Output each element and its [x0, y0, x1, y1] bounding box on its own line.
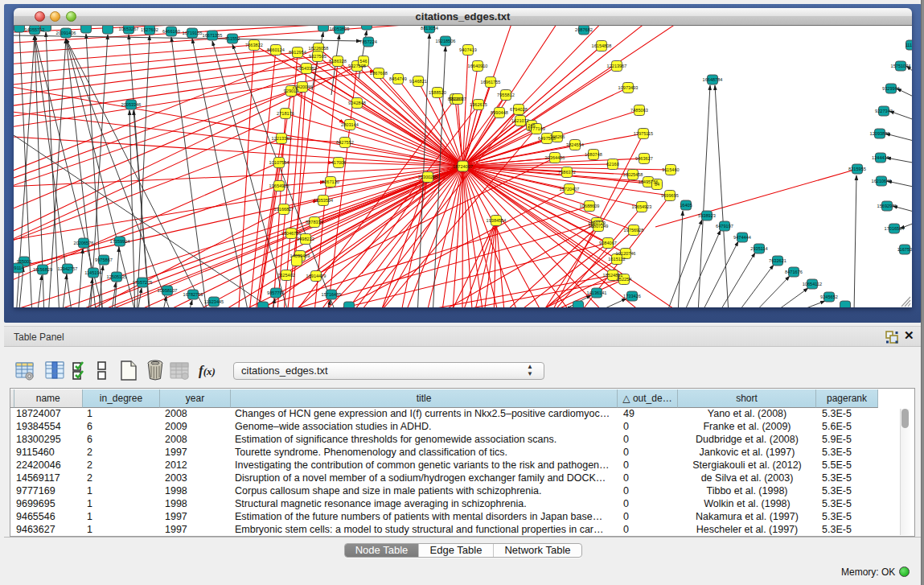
svg-text:7955812: 7955812: [497, 93, 515, 97]
svg-text:1588520: 1588520: [429, 90, 446, 95]
svg-text:3822037: 3822037: [449, 97, 466, 101]
svg-text:11923445: 11923445: [204, 299, 224, 304]
svg-text:15751074: 15751074: [891, 64, 911, 68]
svg-text:18300295: 18300295: [418, 175, 438, 179]
svg-text:10973493: 10973493: [618, 85, 639, 90]
svg-text:84: 84: [655, 182, 659, 187]
svg-text:116753: 116753: [897, 247, 912, 252]
svg-text:16961755: 16961755: [481, 80, 501, 84]
svg-text:10958107: 10958107: [158, 288, 178, 293]
svg-text:18807249: 18807249: [589, 224, 609, 229]
svg-text:8990448: 8990448: [491, 110, 508, 115]
svg-text:9245652: 9245652: [820, 295, 838, 299]
svg-text:8471676: 8471676: [785, 270, 803, 274]
svg-text:1080748: 1080748: [585, 152, 602, 157]
svg-text:7386372: 7386372: [558, 170, 576, 175]
svg-text:1527602: 1527602: [141, 27, 158, 32]
svg-text:1244419: 1244419: [872, 155, 889, 160]
svg-text:8878334: 8878334: [306, 220, 323, 225]
svg-text:929012: 929012: [284, 89, 299, 93]
svg-text:16405: 16405: [680, 203, 692, 208]
svg-text:19218506: 19218506: [436, 39, 456, 43]
svg-text:11156829: 11156829: [33, 267, 52, 272]
svg-text:62160: 62160: [606, 162, 619, 167]
svg-text:9857791: 9857791: [267, 290, 285, 295]
svg-text:16671355: 16671355: [203, 33, 223, 38]
svg-text:1615112: 1615112: [608, 257, 625, 262]
svg-text:9327508: 9327508: [348, 64, 366, 68]
svg-text:18226058: 18226058: [309, 46, 329, 51]
svg-text:9463627: 9463627: [635, 156, 653, 161]
svg-text:1733426: 1733426: [623, 294, 641, 299]
svg-text:9699695: 9699695: [661, 193, 679, 198]
svg-text:2935114: 2935114: [750, 246, 767, 251]
svg-text:9498222: 9498222: [297, 237, 314, 241]
svg-text:746266: 746266: [550, 134, 565, 139]
svg-text:11123: 11123: [906, 43, 912, 47]
svg-text:7632621: 7632621: [769, 258, 786, 263]
svg-text:9327505: 9327505: [309, 54, 326, 59]
svg-text:20091406: 20091406: [56, 31, 76, 35]
svg-text:16154808: 16154808: [592, 43, 612, 48]
svg-text:1145194: 1145194: [84, 270, 101, 275]
svg-text:16640910: 16640910: [468, 64, 488, 68]
svg-text:5938923: 5938923: [698, 213, 716, 218]
svg-text:12213967: 12213967: [607, 64, 627, 68]
svg-text:16053809: 16053809: [330, 27, 350, 31]
svg-text:19756928: 19756928: [624, 228, 644, 233]
svg-text:8660124: 8660124: [267, 47, 285, 52]
svg-text:19654925: 19654925: [269, 183, 290, 188]
svg-text:10654112: 10654112: [803, 282, 822, 286]
svg-text:8454749: 8454749: [389, 76, 407, 81]
svg-text:2718176: 2718176: [277, 111, 294, 116]
svg-text:9407419: 9407419: [459, 47, 477, 52]
svg-text:8813054: 8813054: [421, 26, 438, 31]
svg-text:19166827: 19166827: [274, 207, 294, 212]
svg-text:16782759: 16782759: [183, 292, 203, 297]
svg-text:19654923: 19654923: [632, 204, 652, 209]
svg-text:9227342: 9227342: [875, 109, 893, 113]
svg-text:1362615: 1362615: [470, 102, 487, 107]
svg-text:17975115: 17975115: [634, 131, 653, 136]
svg-text:8427552: 8427552: [336, 140, 354, 145]
svg-text:8215955: 8215955: [848, 167, 866, 171]
svg-text:20206576: 20206576: [74, 241, 94, 245]
svg-text:6794028: 6794028: [510, 107, 528, 112]
svg-text:9777169: 9777169: [528, 126, 545, 131]
svg-text:12093832: 12093832: [870, 131, 890, 136]
svg-text:10046756: 10046756: [281, 231, 302, 236]
svg-text:16648784: 16648784: [703, 77, 723, 82]
svg-text:9329966: 9329966: [882, 86, 900, 91]
svg-text:14136141: 14136141: [587, 290, 607, 295]
svg-text:16914479: 16914479: [306, 274, 326, 278]
svg-text:15692971: 15692971: [877, 204, 897, 208]
svg-text:6479197: 6479197: [716, 224, 733, 229]
svg-text:15720407: 15720407: [560, 187, 580, 192]
svg-text:10688609: 10688609: [580, 204, 600, 208]
svg-text:10653267: 10653267: [119, 27, 139, 31]
svg-text:39114: 39114: [14, 266, 24, 270]
svg-text:417006: 417006: [331, 160, 347, 165]
svg-text:10120746: 10120746: [616, 251, 636, 256]
svg-text:2087682: 2087682: [575, 27, 593, 32]
svg-text:546: 546: [359, 59, 367, 64]
svg-text:14055712: 14055712: [25, 27, 45, 32]
svg-text:12505135: 12505135: [107, 274, 127, 279]
svg-text:9084067: 9084067: [599, 241, 617, 245]
svg-text:2803144: 2803144: [341, 122, 359, 127]
svg-text:20053346: 20053346: [121, 102, 142, 107]
svg-text:10719155: 10719155: [183, 31, 203, 35]
svg-text:935001: 935001: [17, 259, 32, 264]
svg-text:15716485: 15716485: [322, 292, 342, 297]
svg-text:3824554: 3824554: [566, 142, 584, 147]
svg-text:12213369: 12213369: [272, 136, 292, 141]
svg-text:10025458: 10025458: [623, 172, 643, 177]
svg-text:9474444: 9474444: [733, 235, 751, 240]
svg-text:20364436: 20364436: [545, 155, 565, 160]
svg-text:9975867: 9975867: [95, 257, 113, 262]
svg-text:18724007: 18724007: [453, 164, 473, 169]
svg-text:10107554: 10107554: [269, 160, 290, 165]
svg-text:8186328: 8186328: [329, 59, 347, 64]
svg-text:2867608: 2867608: [370, 71, 388, 76]
svg-text:252254: 252254: [617, 277, 632, 282]
